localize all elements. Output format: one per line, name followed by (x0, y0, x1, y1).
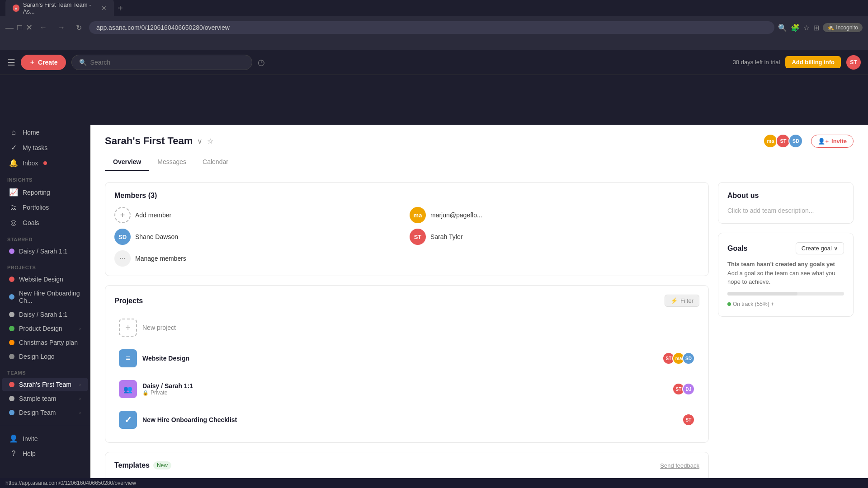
about-placeholder[interactable]: Click to add team description... (727, 207, 844, 214)
member-name-sarah: Sarah Tyler (430, 233, 462, 240)
create-button[interactable]: ＋ Create (21, 55, 66, 70)
reload-button[interactable]: ↻ (72, 22, 85, 34)
search-bar[interactable]: 🔍 Search (71, 55, 252, 70)
trial-text: 30 days left in trial (733, 59, 780, 66)
project-icon-daisy: 👥 (119, 380, 137, 398)
manage-members-item[interactable]: ··· Manage members (114, 250, 404, 267)
invite-icon: 👤+ (818, 138, 829, 145)
back-button[interactable]: ← (36, 22, 51, 33)
project-icon-website: ≡ (119, 349, 137, 367)
project-item-website-design[interactable]: ≡ Website Design ST ma SD (114, 345, 699, 372)
project-name-website: Website Design (142, 355, 189, 362)
tab-messages[interactable]: Messages (149, 154, 194, 171)
maximize-button[interactable]: □ (17, 23, 22, 33)
projects-title: Projects (114, 297, 143, 305)
activity-icon[interactable]: ◷ (258, 57, 265, 67)
project-item-new-hire[interactable]: ✓ New Hire Onboarding Checklist ST (114, 406, 699, 433)
new-project-button[interactable]: + New project (114, 314, 699, 341)
chevron-right-icon: › (79, 326, 81, 331)
sidebar-item-goals[interactable]: ◎ Goals (2, 215, 88, 230)
team-dot-design (9, 410, 14, 415)
project-item-daisy-sarah[interactable]: 👥 Daisy / Sarah 1:1 🔒 Private ST DJ (114, 375, 699, 403)
portfolios-icon: 🗂 (9, 203, 18, 211)
sidebar-item-sarahs-team[interactable]: Sarah's First Team › (2, 378, 88, 391)
manage-members-icon[interactable]: ··· (114, 250, 131, 267)
goals-track-label: On track (55%) + (727, 301, 844, 307)
add-member-icon[interactable]: + (114, 207, 131, 223)
add-member-item[interactable]: + Add member (114, 207, 404, 223)
project-icon-hire: ✓ (119, 411, 137, 429)
project-dot-daisy (9, 312, 14, 317)
tab-close-icon[interactable]: ✕ (101, 5, 107, 12)
on-track-dot (727, 302, 731, 306)
sidebar-item-product-design[interactable]: Product Design › (2, 322, 88, 335)
overview-content: Members (3) + Add member ma marjun@pagef… (90, 171, 868, 488)
sidebar-item-daisy-sarah2[interactable]: Daisy / Sarah 1:1 (2, 308, 88, 321)
sidebar-item-portfolios[interactable]: 🗂 Portfolios (2, 200, 88, 215)
sidebar-item-design-logo[interactable]: Design Logo (2, 350, 88, 363)
sidebar-item-design-team[interactable]: Design Team › (2, 406, 88, 419)
project-dot-hire (9, 294, 14, 300)
sidebar-item-website-design[interactable]: Website Design (2, 272, 88, 286)
sidebar-item-invite[interactable]: 👤 Invite (2, 431, 88, 446)
sidebar-toggle-button[interactable]: ☰ (7, 57, 15, 68)
avatar-shane: SD (114, 229, 131, 245)
templates-header: Templates New Send feedback (114, 461, 699, 469)
user-avatar[interactable]: ST (846, 55, 861, 70)
lock-icon: 🔒 (142, 390, 149, 396)
chevron-down-icon: ∨ (834, 245, 838, 252)
tab-calendar[interactable]: Calendar (194, 154, 236, 171)
templates-feedback-link[interactable]: Send feedback (660, 462, 699, 469)
project-dot-website (9, 277, 14, 282)
close-button[interactable]: ✕ (26, 23, 33, 33)
sidebar: ⌂ Home ✓ My tasks 🔔 Inbox Insights 📈 Rep… (0, 125, 90, 488)
person-plus-icon: 👤 (9, 434, 18, 443)
insights-section-label: Insights (0, 171, 90, 184)
status-bar: https://app.asana.com/0/1206160406650280… (0, 478, 868, 488)
sidebar-item-inbox[interactable]: 🔔 Inbox (2, 155, 88, 170)
create-goal-button[interactable]: Create goal ∨ (796, 242, 844, 254)
sidebar-item-help[interactable]: ? Help (2, 446, 88, 461)
sidebar-item-home[interactable]: ⌂ Home (2, 125, 88, 140)
sidebar-item-sample-team[interactable]: Sample team › (2, 392, 88, 405)
team-dropdown-icon[interactable]: ∨ (197, 137, 203, 145)
main-layout: ⌂ Home ✓ My tasks 🔔 Inbox Insights 📈 Rep… (0, 125, 868, 488)
sidebar-item-christmas[interactable]: Christmas Party plan (2, 336, 88, 349)
project-avatars-website: ST ma SD (665, 352, 695, 365)
new-tab-button[interactable]: + (114, 2, 127, 14)
team-star-icon[interactable]: ☆ (207, 137, 213, 145)
new-project-icon: + (119, 319, 137, 337)
chevron-right-icon-sample: › (79, 396, 81, 401)
billing-button[interactable]: Add billing info (785, 56, 841, 68)
plus-icon: ＋ (29, 58, 35, 66)
bookmark-icon[interactable]: ☆ (803, 23, 810, 32)
minimize-button[interactable]: — (5, 23, 14, 33)
member-item-shane: SD Shane Dawson (114, 229, 404, 245)
member-name-shane: Shane Dawson (135, 233, 178, 240)
reporting-icon: 📈 (9, 188, 18, 197)
browser-tab[interactable]: ● Sarah's First Team Team - As... ✕ (5, 0, 114, 18)
member-item-marjun: ma marjun@pageflo... (410, 207, 699, 223)
extensions-icon[interactable]: 🧩 (791, 23, 800, 32)
filter-icon: ⚡ (670, 297, 678, 304)
incognito-badge: 🕵 Incognito (823, 23, 863, 32)
members-grid: + Add member ma marjun@pageflo... SD Sha… (114, 207, 699, 267)
search-web-icon[interactable]: 🔍 (778, 23, 787, 32)
forward-button[interactable]: → (54, 22, 69, 33)
tab-overview[interactable]: Overview (105, 154, 149, 171)
team-title: Sarah's First Team (105, 135, 193, 147)
address-bar[interactable] (89, 21, 774, 34)
sidebar-item-daisy-sarah-starred[interactable]: Daisy / Sarah 1:1 (2, 244, 88, 258)
projects-header: Projects ⚡ Filter (114, 295, 699, 307)
sidebar-item-new-hire[interactable]: New Hire Onboarding Ch... (2, 286, 88, 307)
sidebar-browser-icon[interactable]: ⊞ (813, 23, 819, 32)
projects-section-label: Projects (0, 258, 90, 272)
sidebar-item-reporting[interactable]: 📈 Reporting (2, 185, 88, 200)
team-member-avatars: ma ST SD (765, 134, 803, 148)
filter-button[interactable]: ⚡ Filter (665, 295, 699, 307)
inbox-badge (43, 161, 47, 165)
sidebar-item-my-tasks[interactable]: ✓ My tasks (2, 140, 88, 155)
templates-new-badge: New (153, 461, 171, 469)
invite-button[interactable]: 👤+ Invite (811, 135, 854, 148)
projects-card: Projects ⚡ Filter + New project ≡ (105, 285, 709, 443)
